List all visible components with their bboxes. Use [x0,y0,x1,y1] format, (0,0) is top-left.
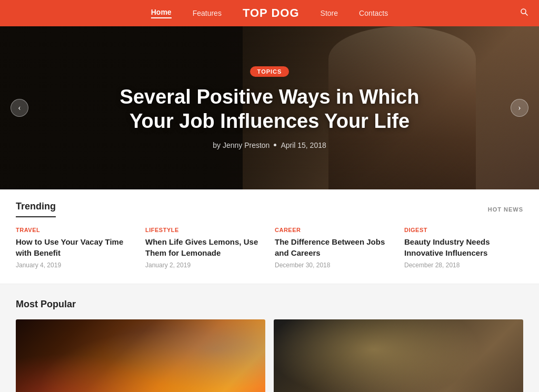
popular-card-city[interactable] [16,319,265,392]
trending-category-3: DIGEST [404,227,523,233]
hero-content: TOPICS Several Positive Ways in Which Yo… [85,66,454,149]
most-popular-section: Most Popular [0,284,539,392]
hero-section: ‹ TOPICS Several Positive Ways in Which … [0,26,539,189]
hero-author: by Jenny Preston [213,141,270,149]
trending-card-2[interactable]: CAREER The Difference Between Jobs and C… [275,227,394,269]
trending-date-0: January 4, 2019 [16,262,135,269]
hot-news-label: HOT NEWS [488,206,523,213]
trending-title-2: The Difference Between Jobs and Careers [275,236,394,258]
site-header: Home Features TOP DOG Store Contacts [0,0,539,26]
trending-title: Trending [16,201,56,217]
site-logo: TOP DOG [243,6,300,20]
trending-category-0: TRAVEL [16,227,135,233]
most-popular-title: Most Popular [16,299,523,310]
popular-grid [16,319,523,392]
main-nav: Home Features TOP DOG Store Contacts [151,6,388,20]
trending-grid: TRAVEL How to Use Your Vacay Time with B… [16,227,523,269]
hero-meta: by Jenny Preston April 15, 2018 [96,141,443,149]
hero-title: Several Positive Ways in Which Your Job … [96,85,443,133]
meta-separator [274,144,276,146]
trending-date-3: December 28, 2018 [404,262,523,269]
trending-date-1: January 2, 2019 [145,262,264,269]
nav-features[interactable]: Features [193,9,222,17]
trending-card-0[interactable]: TRAVEL How to Use Your Vacay Time with B… [16,227,135,269]
trending-category-2: CAREER [275,227,394,233]
nav-contacts[interactable]: Contacts [359,9,388,17]
trending-card-3[interactable]: DIGEST Beauty Industry Needs Innovative … [404,227,523,269]
nav-store[interactable]: Store [321,9,338,17]
trending-header: Trending HOT NEWS [16,201,523,217]
hero-category-badge[interactable]: TOPICS [250,66,290,77]
nav-home[interactable]: Home [151,8,172,18]
popular-card-office[interactable] [274,319,523,392]
trending-date-2: December 30, 2018 [275,262,394,269]
trending-section: Trending HOT NEWS TRAVEL How to Use Your… [0,189,539,284]
hero-next-button[interactable]: › [511,99,528,117]
hero-prev-button[interactable]: ‹ [11,99,28,117]
svg-point-0 [521,9,526,14]
trending-card-1[interactable]: LIFESTYLE When Life Gives Lemons, Use Th… [145,227,264,269]
trending-title-3: Beauty Industry Needs Innovative Influen… [404,236,523,258]
trending-title-1: When Life Gives Lemons, Use Them for Lem… [145,236,264,258]
svg-line-1 [525,13,528,16]
search-icon[interactable] [520,8,528,18]
hero-date: April 15, 2018 [281,141,326,149]
trending-title-0: How to Use Your Vacay Time with Benefit [16,236,135,258]
trending-category-1: LIFESTYLE [145,227,264,233]
